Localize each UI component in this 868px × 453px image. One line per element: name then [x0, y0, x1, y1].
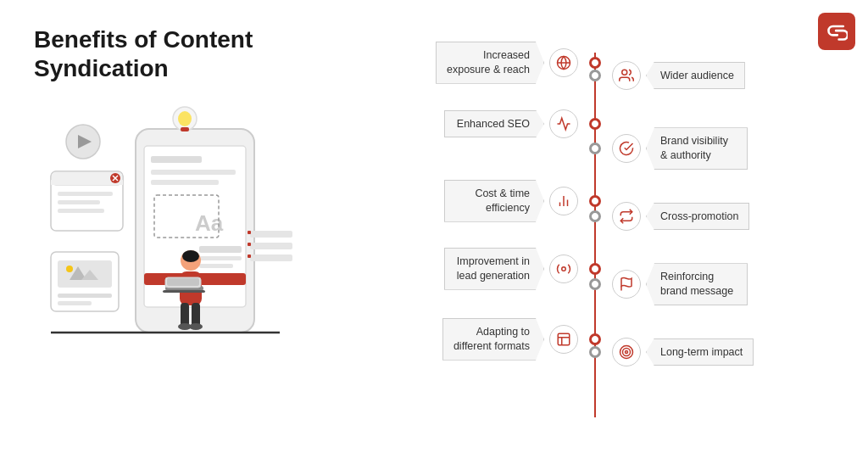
right-item-brand-visibility: Brand visibility& authority — [612, 127, 748, 170]
benefit-label-lead-generation: Improvement inlead generation — [444, 248, 544, 290]
benefit-label-brand-visibility: Brand visibility& authority — [646, 127, 748, 170]
svg-rect-15 — [58, 200, 100, 204]
timeline-node-5 — [589, 195, 601, 207]
svg-point-61 — [626, 351, 628, 354]
icon-adapting-formats — [549, 325, 578, 354]
timeline-node-2 — [589, 70, 601, 81]
icon-cross-promotion — [612, 202, 641, 231]
svg-rect-9 — [199, 256, 242, 260]
svg-rect-28 — [181, 127, 189, 131]
icon-cost-efficiency — [549, 187, 578, 215]
right-panel: Increasedexposure & reach Wider audience — [339, 17, 851, 436]
left-item-increased-exposure: Increasedexposure & reach — [339, 42, 578, 84]
timeline-node-4 — [589, 143, 601, 154]
timeline-node-8 — [589, 278, 601, 290]
icon-increased-exposure — [549, 48, 578, 77]
timeline-line — [594, 53, 596, 417]
svg-rect-49 — [248, 254, 251, 258]
svg-rect-3 — [151, 170, 236, 175]
svg-rect-39 — [167, 278, 199, 286]
svg-point-27 — [178, 111, 192, 126]
svg-rect-44 — [250, 231, 292, 238]
svg-rect-45 — [250, 243, 292, 249]
timeline-row-3: Enhanced SEO — [339, 109, 851, 138]
illustration: Aa — [34, 99, 305, 388]
svg-rect-48 — [248, 243, 251, 246]
svg-rect-22 — [58, 294, 112, 298]
timeline-node-1 — [589, 57, 601, 69]
benefit-label-cross-promotion: Cross-promotion — [646, 203, 749, 231]
timeline-node-10 — [589, 346, 601, 358]
icon-reinforcing-brand — [612, 270, 641, 299]
svg-point-52 — [622, 70, 627, 75]
svg-rect-16 — [58, 209, 104, 213]
icon-enhanced-seo — [549, 109, 578, 138]
page-title: Benefits of Content Syndication — [34, 25, 322, 82]
benefit-label-cost-efficiency: Cost & timeefficiency — [444, 180, 544, 222]
svg-rect-31 — [181, 303, 189, 327]
benefit-label-wider-audience: Wider audience — [646, 62, 745, 90]
benefit-label-adapting-formats: Adapting todifferent formats — [442, 318, 544, 361]
benefit-label-reinforcing-brand: Reinforcingbrand message — [646, 263, 748, 305]
svg-rect-46 — [250, 254, 292, 261]
timeline-node-9 — [589, 333, 601, 345]
svg-point-21 — [66, 266, 73, 272]
svg-point-56 — [562, 267, 566, 271]
timeline-node-3 — [589, 118, 601, 130]
svg-point-35 — [182, 250, 199, 262]
icon-long-term-impact — [612, 338, 641, 366]
brand-logo — [818, 13, 855, 50]
timeline-node-6 — [589, 210, 601, 222]
left-item-enhanced-seo: Enhanced SEO — [339, 109, 578, 138]
timeline-node-7 — [589, 263, 601, 275]
svg-rect-4 — [151, 180, 219, 185]
svg-point-60 — [623, 349, 631, 356]
icon-lead-generation — [549, 254, 578, 283]
svg-rect-2 — [151, 156, 202, 163]
benefit-label-long-term-impact: Long-term impact — [646, 338, 754, 366]
svg-rect-23 — [58, 301, 92, 305]
left-item-lead-generation: Improvement inlead generation — [339, 248, 578, 290]
right-item-long-term-impact: Long-term impact — [612, 338, 754, 366]
icon-wider-audience — [612, 61, 641, 90]
benefit-label-enhanced-seo: Enhanced SEO — [444, 110, 544, 138]
svg-rect-18 — [58, 260, 112, 288]
svg-rect-14 — [58, 192, 113, 196]
left-item-cost-efficiency: Cost & timeefficiency — [339, 180, 578, 222]
svg-rect-37 — [163, 290, 205, 293]
left-item-adapting-formats: Adapting todifferent formats — [339, 318, 578, 361]
svg-rect-47 — [248, 231, 251, 234]
timeline: Increasedexposure & reach Wider audience — [339, 23, 851, 430]
svg-rect-32 — [192, 303, 200, 327]
svg-rect-58 — [558, 333, 570, 345]
benefit-label-increased-exposure: Increasedexposure & reach — [436, 42, 544, 84]
svg-point-34 — [189, 323, 203, 330]
svg-rect-10 — [199, 264, 233, 268]
right-item-reinforcing-brand: Reinforcingbrand message — [612, 263, 748, 305]
icon-brand-visibility — [612, 134, 641, 163]
page-container: Benefits of Content Syndication Aa — [0, 0, 868, 453]
svg-rect-8 — [199, 246, 242, 253]
right-item-wider-audience: Wider audience — [612, 61, 745, 90]
right-item-cross-promotion: Cross-promotion — [612, 202, 749, 231]
left-panel: Benefits of Content Syndication Aa — [17, 17, 339, 436]
